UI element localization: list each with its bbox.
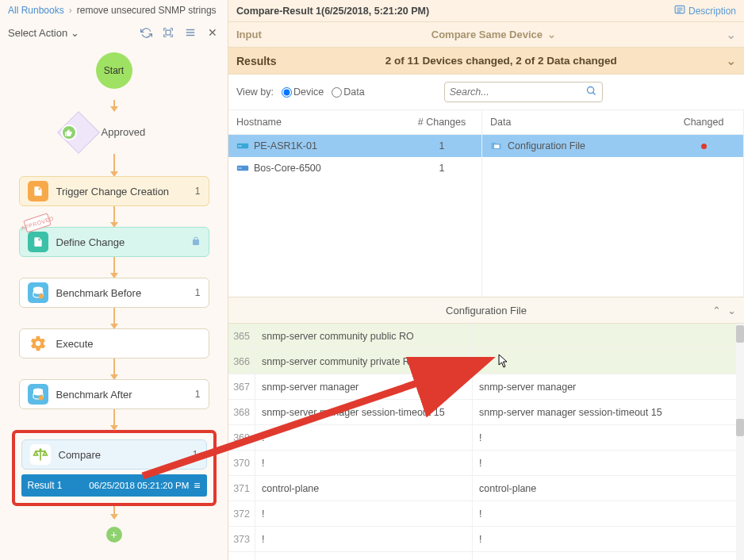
breadcrumb: All Runbooks › remove unsecured SNMP str…	[0, 0, 228, 21]
line-number: 368	[228, 400, 255, 424]
diff-left: !	[255, 501, 473, 526]
diff-right	[473, 552, 744, 560]
diff-title: Configuration File	[446, 305, 527, 316]
line-number: 372	[228, 501, 255, 526]
svg-rect-21	[494, 144, 500, 148]
host-name: PE-ASR1K-01	[254, 140, 317, 152]
device-icon	[236, 141, 249, 151]
expand-down-icon[interactable]: ⌄	[727, 305, 736, 316]
diff-right: !	[473, 527, 744, 551]
line-number: 366	[228, 349, 255, 374]
line-number: 373	[228, 527, 255, 551]
search-input-wrap[interactable]	[444, 82, 603, 102]
step-define-change[interactable]: APPROVED Define Change	[19, 227, 209, 257]
scale-icon	[30, 444, 51, 465]
compare-result-row[interactable]: Result 1 06/25/2018 05:21:20 PM ≡	[21, 474, 207, 497]
data-name: Configuration File	[508, 140, 585, 152]
diff-right: !	[473, 451, 744, 475]
line-number: 374	[228, 552, 255, 560]
radio-data[interactable]: Data	[332, 86, 364, 98]
breadcrumb-sep: ›	[69, 5, 72, 16]
scrollbar-thumb[interactable]	[736, 325, 744, 343]
step-compare[interactable]: Compare 1	[21, 439, 207, 470]
step-label: Benchmark Before	[56, 287, 187, 299]
close-icon[interactable]: ✕	[205, 25, 220, 40]
scrollbar-thumb[interactable]	[736, 419, 744, 436]
chevron-down-icon: ⌄	[547, 29, 556, 40]
svg-point-5	[38, 294, 43, 299]
diff-right: !	[473, 501, 744, 526]
data-changed	[672, 140, 735, 152]
file-icon	[490, 140, 503, 152]
select-action-label: Select Action	[8, 27, 67, 39]
svg-point-7	[38, 396, 43, 401]
breadcrumb-root[interactable]: All Runbooks	[8, 5, 64, 16]
diff-left: control-plane	[255, 476, 473, 501]
edit-icon	[28, 232, 48, 252]
diff-right: snmp-server manager	[473, 374, 744, 399]
diff-right: snmp-server manager session-timeout 15	[473, 400, 744, 424]
step-trigger-change[interactable]: Trigger Change Creation 1	[19, 176, 209, 206]
flow-start-label: Start	[104, 65, 124, 76]
col-data: Data	[490, 117, 672, 128]
results-summary: 2 of 11 Devices changed, 2 of 2 Data cha…	[277, 55, 726, 67]
add-step-button[interactable]: +	[106, 527, 122, 543]
search-icon[interactable]	[585, 85, 597, 99]
col-hostname: Hostname	[236, 117, 410, 128]
diff-row: 374!	[228, 552, 744, 560]
diff-row: 372!!	[228, 501, 744, 527]
select-action-dropdown[interactable]: Select Action ⌄	[8, 27, 79, 39]
host-changes: 1	[410, 163, 474, 174]
result-name: Result 1	[28, 480, 75, 491]
line-number: 369	[228, 425, 255, 450]
diff-header: Configuration File ⌃ ⌄	[228, 297, 744, 324]
description-icon	[674, 5, 685, 17]
radio-device[interactable]: Device	[282, 86, 324, 98]
diff-left: !	[255, 451, 473, 475]
diff-left: snmp-server community private RO	[255, 349, 473, 374]
chevron-down-icon[interactable]: ⌄	[726, 27, 736, 42]
breadcrumb-current: remove unsecured SNMP strings	[77, 5, 217, 16]
data-row[interactable]: Configuration File	[482, 135, 743, 157]
chevron-down-icon[interactable]: ⌄	[726, 53, 736, 68]
col-changed: Changed	[672, 117, 735, 128]
step-label: Trigger Change Creation	[56, 186, 187, 198]
diff-row: 371control-planecontrol-plane	[228, 476, 744, 501]
focus-icon[interactable]	[161, 25, 175, 40]
diff-left: snmp-server community public RO	[255, 324, 473, 348]
step-label: Define Change	[56, 236, 183, 248]
menu-icon[interactable]	[183, 25, 198, 40]
description-link[interactable]: Description	[674, 5, 736, 17]
svg-line-14	[593, 93, 595, 95]
step-benchmark-after[interactable]: Benchmark After 1	[19, 379, 209, 409]
step-benchmark-before[interactable]: Benchmark Before 1	[19, 278, 209, 308]
collapse-up-icon[interactable]: ⌃	[712, 305, 721, 316]
refresh-icon[interactable]	[139, 25, 153, 40]
thumbs-up-icon	[61, 125, 77, 140]
input-section-bar[interactable]: Input Compare Same Device ⌄ ⌄	[228, 22, 744, 48]
step-badge: 1	[193, 449, 198, 460]
diff-row: 366snmp-server community private RO	[228, 349, 744, 374]
document-icon	[28, 181, 48, 201]
host-row[interactable]: PE-ASR1K-011	[228, 135, 481, 157]
results-section-bar[interactable]: Results 2 of 11 Devices changed, 2 of 2 …	[228, 48, 744, 75]
flow-approved-node[interactable]: Approved	[47, 111, 182, 154]
gear-icon	[28, 333, 48, 354]
diff-row: 367snmp-server managersnmp-server manage…	[228, 374, 744, 400]
diff-left: !	[255, 425, 473, 450]
step-execute[interactable]: Execute	[19, 328, 209, 359]
input-mode-label: Compare Same Device	[431, 29, 543, 40]
search-input[interactable]	[450, 86, 585, 98]
diff-right: control-plane	[473, 476, 744, 501]
host-changes: 1	[410, 140, 474, 152]
result-timestamp: 06/25/2018 05:21:20 PM	[75, 481, 194, 490]
step-badge: 1	[195, 389, 201, 400]
diff-right	[473, 324, 744, 348]
result-menu-icon[interactable]: ≡	[194, 479, 200, 492]
host-row[interactable]: Bos-Core-65001	[228, 157, 481, 179]
diff-row: 373!!	[228, 527, 744, 552]
flow-start-node[interactable]: Start	[96, 52, 132, 89]
flow-approved-label: Approved	[102, 126, 146, 138]
viewby-label: View by:	[236, 86, 274, 98]
database-icon	[28, 384, 48, 405]
